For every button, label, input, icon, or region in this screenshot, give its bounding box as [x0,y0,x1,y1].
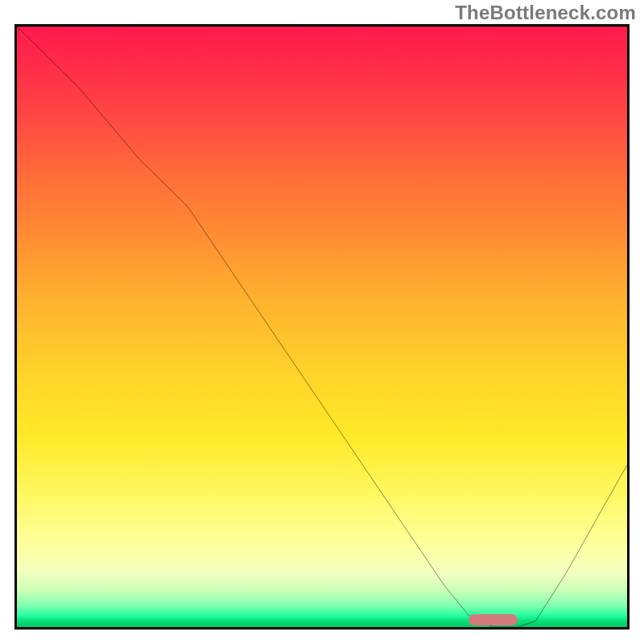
optimal-range-marker [469,614,518,625]
chart-container: TheBottleneck.com [0,0,644,644]
bottleneck-curve [17,27,627,627]
plot-area [14,24,630,630]
watermark-text: TheBottleneck.com [455,2,636,24]
